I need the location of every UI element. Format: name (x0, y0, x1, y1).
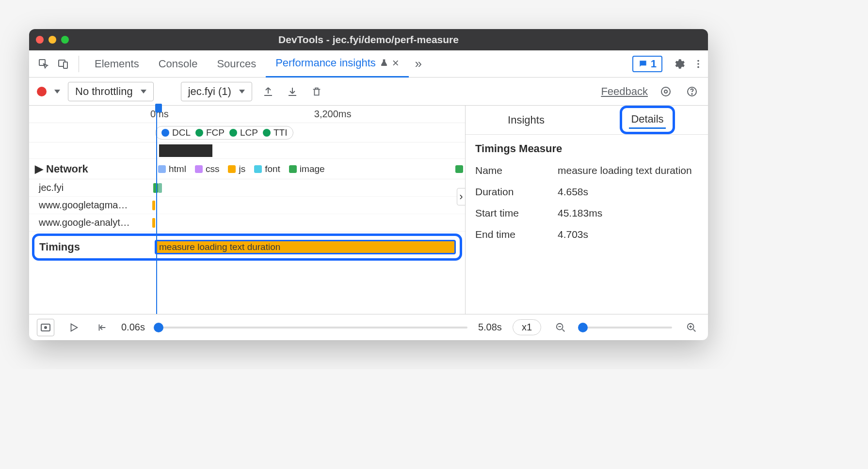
help-icon[interactable] (684, 83, 700, 100)
metrics-pill[interactable]: DCL FCP LCP TTI (155, 126, 293, 140)
dot-icon (229, 129, 237, 137)
panel-settings-icon[interactable] (658, 83, 674, 100)
zoom-slider[interactable] (580, 327, 672, 328)
timeline-pane: 0ms 3,200ms DCL FCP LCP TTI ▶ Network (29, 106, 466, 314)
start-time: 0.06s (121, 322, 145, 333)
timings-label: Timings (34, 241, 151, 253)
feedback-link[interactable]: Feedback (601, 85, 648, 98)
details-tabs: Insights Details (466, 106, 708, 135)
network-legend: html css js font image (150, 164, 465, 174)
network-row[interactable]: www.googletagma… (29, 197, 465, 214)
details-heading: Timings Measure (466, 135, 708, 160)
details-pane: Insights Details Timings Measure Namemea… (466, 106, 708, 314)
tab-performance-insights[interactable]: Performance insights × (266, 50, 409, 78)
tab-sources[interactable]: Sources (207, 50, 266, 78)
devtools-tabbar: Elements Console Sources Performance ins… (29, 50, 708, 78)
legend-overflow (455, 165, 463, 173)
slider-thumb[interactable] (154, 323, 163, 332)
main-content: 0ms 3,200ms DCL FCP LCP TTI ▶ Network (29, 106, 708, 314)
flask-icon (380, 59, 388, 67)
zoom-level[interactable]: x1 (513, 319, 541, 335)
throttling-select[interactable]: No throttling (68, 82, 154, 101)
network-row[interactable]: www.google-analyt… (29, 214, 465, 232)
legend-font: font (254, 164, 280, 174)
dot-icon (195, 129, 203, 137)
svg-point-3 (697, 60, 699, 62)
svg-point-5 (697, 66, 699, 68)
playhead-handle[interactable] (155, 104, 162, 112)
detail-row-name: Namemeasure loading text duration (466, 160, 708, 181)
divider (79, 56, 79, 72)
legend-css: css (195, 164, 220, 174)
zoom-in-icon[interactable] (683, 319, 700, 336)
legend-js: js (228, 164, 245, 174)
dot-icon (263, 129, 271, 137)
network-row[interactable]: jec.fyi (29, 179, 465, 197)
download-icon[interactable] (284, 83, 301, 100)
time-ruler[interactable]: 0ms 3,200ms (29, 106, 465, 123)
tab-details[interactable]: Details (587, 106, 708, 134)
timings-section: Timings measure loading text duration (32, 234, 462, 261)
pane-expand-handle[interactable]: › (457, 188, 466, 205)
end-time: 5.08s (478, 322, 502, 333)
detail-row-start: Start time45.183ms (466, 203, 708, 224)
marker-tti[interactable]: TTI (263, 127, 288, 138)
preview-toggle-icon[interactable] (37, 319, 54, 336)
record-button[interactable] (37, 87, 47, 96)
svg-point-9 (691, 94, 692, 94)
recording-select[interactable]: jec.fyi (1) (181, 82, 252, 101)
marker-dcl[interactable]: DCL (161, 127, 191, 138)
devtools-window: DevTools - jec.fyi/demo/perf-measure Ele… (29, 29, 708, 340)
more-tabs-icon[interactable]: » (409, 54, 428, 74)
footer-controls: 0.06s 5.08s x1 (29, 314, 708, 340)
caret-right-icon: ▶ (35, 163, 43, 175)
ruler-tick: 3,200ms (314, 109, 352, 120)
kebab-menu-icon[interactable] (689, 54, 708, 74)
svg-point-7 (661, 87, 670, 96)
rewind-icon[interactable] (93, 319, 111, 336)
zoom-out-icon[interactable] (552, 319, 569, 336)
overview-bar-row (29, 142, 465, 159)
slider-thumb[interactable] (578, 323, 588, 332)
record-options-caret[interactable] (54, 90, 60, 94)
marker-lcp[interactable]: LCP (229, 127, 258, 138)
window-title: DevTools - jec.fyi/demo/perf-measure (29, 34, 708, 46)
chevron-down-icon (141, 90, 146, 94)
detail-row-end: End time4.703s (466, 224, 708, 245)
network-host: www.googletagma… (29, 200, 150, 211)
timing-measure-bar[interactable]: measure loading text duration (155, 240, 456, 254)
chevron-down-icon (239, 90, 245, 94)
settings-gear-icon[interactable] (669, 54, 689, 74)
play-icon[interactable] (65, 319, 82, 336)
network-section-header: ▶ Network html css js font image (29, 159, 465, 179)
tab-insights[interactable]: Insights (466, 106, 587, 134)
network-host: jec.fyi (29, 182, 150, 193)
titlebar: DevTools - jec.fyi/demo/perf-measure (29, 29, 708, 50)
detail-row-duration: Duration4.658s (466, 181, 708, 203)
legend-html: html (158, 164, 186, 174)
messages-badge[interactable]: 1 (632, 56, 662, 72)
inspect-element-icon[interactable] (34, 54, 53, 74)
svg-point-6 (664, 90, 667, 93)
tab-elements[interactable]: Elements (85, 50, 149, 78)
toolbar: No throttling jec.fyi (1) Feedback (29, 78, 708, 106)
upload-icon[interactable] (260, 83, 276, 100)
tab-console[interactable]: Console (149, 50, 208, 78)
network-toggle[interactable]: ▶ Network (29, 163, 150, 175)
network-host: www.google-analyt… (29, 217, 150, 228)
svg-rect-2 (64, 62, 67, 68)
delete-icon[interactable] (308, 83, 325, 100)
legend-image: image (289, 164, 325, 174)
time-slider[interactable] (156, 327, 467, 328)
svg-point-11 (45, 327, 47, 328)
marker-fcp[interactable]: FCP (195, 127, 225, 138)
device-toggle-icon[interactable] (53, 54, 73, 74)
close-tab-icon[interactable]: × (392, 57, 399, 69)
overview-bar[interactable] (159, 144, 212, 157)
dot-icon (161, 129, 169, 137)
svg-point-4 (697, 63, 699, 65)
markers-row: DCL FCP LCP TTI (29, 123, 465, 142)
